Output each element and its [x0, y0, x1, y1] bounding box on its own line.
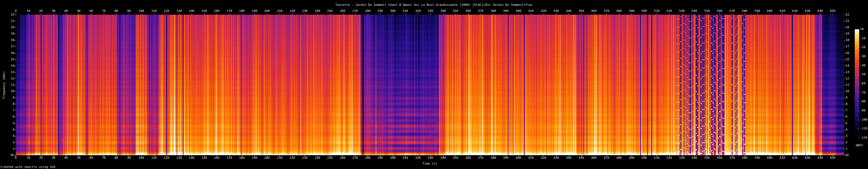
x-tick-label-top: 510 — [654, 9, 659, 12]
colorbar-tick-label: -110 — [860, 127, 867, 130]
x-tick-label-top: 560 — [717, 9, 722, 12]
x-tick-label-top: 300 — [390, 9, 396, 12]
x-tick-label-bottom: 320 — [415, 156, 421, 159]
x-tick-mark-top — [267, 13, 267, 15]
colorbar-tick-label: -70 — [860, 91, 866, 94]
y-tick-label-left: 4 — [0, 128, 14, 131]
x-tick-mark-top — [569, 13, 569, 15]
x-tick-label-bottom: 140 — [189, 156, 194, 159]
y-tick-mark-left — [14, 123, 16, 124]
x-tick-label-bottom: 80 — [114, 156, 118, 159]
x-tick-label-bottom: 220 — [289, 156, 295, 159]
y-tick-label-right: 15 — [846, 58, 849, 61]
x-tick-mark-top — [493, 13, 494, 15]
x-tick-label-bottom: 620 — [792, 156, 798, 159]
y-tick-label-right: 19 — [846, 32, 849, 35]
x-tick-label-top: 180 — [239, 9, 245, 12]
x-tick-mark-top — [229, 13, 230, 15]
x-tick-mark-top — [166, 13, 167, 15]
y-tick-mark-right — [844, 34, 845, 34]
x-tick-label-top: 210 — [277, 9, 282, 12]
y-tick-mark-right — [844, 59, 845, 60]
x-tick-label-bottom: 520 — [666, 156, 672, 159]
x-tick-mark-top — [719, 13, 720, 15]
y-tick-mark-left — [14, 85, 16, 85]
y-tick-mark-right — [844, 27, 845, 28]
y-tick-label-right: 7 — [846, 109, 847, 112]
spectrogram-figure: Tourette - Jardin Du Sommeil Chant D'Amo… — [0, 0, 868, 169]
x-tick-mark-top — [54, 13, 54, 15]
y-tick-mark-right — [844, 66, 845, 66]
x-tick-label-top: 410 — [528, 9, 534, 12]
x-tick-mark-top — [506, 13, 506, 15]
x-tick-mark-top — [456, 13, 456, 15]
x-tick-label-top: 480 — [616, 9, 622, 12]
x-tick-label-bottom: 360 — [465, 156, 471, 159]
x-tick-label-top: 500 — [641, 9, 647, 12]
x-tick-label-top: 170 — [227, 9, 232, 12]
y-tick-mark-right — [844, 21, 845, 21]
x-tick-label-bottom: 90 — [127, 156, 131, 159]
x-tick-label-top: 490 — [629, 9, 634, 12]
y-tick-label-right: 2 — [846, 141, 847, 144]
y-tick-mark-right — [844, 155, 845, 156]
x-tick-label-top: 400 — [516, 9, 521, 12]
y-tick-mark-left — [14, 110, 16, 111]
x-tick-label-bottom: 600 — [767, 156, 773, 159]
x-tick-mark-top — [732, 13, 733, 15]
x-tick-mark-top — [405, 13, 406, 15]
x-tick-mark-top — [820, 13, 820, 15]
y-tick-mark-left — [14, 79, 16, 79]
y-tick-label-right: 18 — [846, 38, 849, 41]
x-tick-label-bottom: 180 — [239, 156, 245, 159]
x-tick-label-bottom: 270 — [352, 156, 358, 159]
x-tick-mark-top — [104, 13, 104, 15]
y-tick-label-left: 15 — [0, 58, 14, 61]
x-tick-mark-top — [204, 13, 205, 15]
x-tick-label-bottom: 490 — [629, 156, 634, 159]
x-tick-label-top: 220 — [289, 9, 295, 12]
x-tick-label-bottom: 380 — [491, 156, 496, 159]
x-tick-label-bottom: 640 — [817, 156, 823, 159]
x-tick-label-bottom: 40 — [64, 156, 68, 159]
x-tick-mark-top — [116, 13, 117, 15]
x-tick-mark-top — [280, 13, 280, 15]
x-tick-label-top: 460 — [591, 9, 597, 12]
y-tick-label-right: 8 — [846, 102, 847, 105]
x-tick-label-top: 30 — [52, 9, 55, 12]
x-tick-mark-top — [242, 13, 242, 15]
y-tick-label-right: 5 — [846, 122, 847, 125]
colorbar-tick-label: -100 — [860, 118, 867, 121]
y-tick-label-right: 20 — [846, 26, 849, 29]
y-tick-label-left: 9 — [0, 96, 14, 99]
y-tick-label-right: 4 — [846, 128, 847, 131]
x-tick-label-bottom: 650 — [830, 156, 835, 159]
x-tick-mark-top — [317, 13, 318, 15]
y-tick-label-right: 22 — [846, 13, 849, 16]
x-tick-label-bottom: 100 — [138, 156, 144, 159]
y-tick-label-right: 12 — [846, 77, 849, 80]
x-tick-mark-top — [66, 13, 66, 15]
x-tick-mark-top — [41, 13, 41, 15]
y-tick-label-left: 13 — [0, 71, 14, 74]
y-tick-label-left: 10 — [0, 90, 14, 93]
x-tick-label-top: 540 — [691, 9, 697, 12]
y-tick-mark-left — [14, 97, 16, 98]
x-tick-label-bottom: 450 — [579, 156, 584, 159]
x-tick-mark-top — [254, 13, 255, 15]
y-tick-mark-right — [844, 142, 845, 143]
x-tick-label-top: 110 — [151, 9, 157, 12]
x-tick-label-bottom: 580 — [742, 156, 747, 159]
y-tick-label-left: 2 — [0, 141, 14, 144]
x-tick-label-bottom: 350 — [453, 156, 458, 159]
x-tick-label-top: 320 — [415, 9, 421, 12]
y-tick-mark-left — [14, 66, 16, 66]
y-tick-mark-left — [14, 59, 16, 60]
colorbar-title: dBFS — [856, 144, 863, 147]
y-tick-label-right: 14 — [846, 64, 849, 67]
x-tick-label-top: 190 — [252, 9, 257, 12]
x-tick-label-bottom: 30 — [52, 156, 55, 159]
y-tick-label-left: 8 — [0, 102, 14, 105]
x-tick-mark-top — [430, 13, 431, 15]
x-tick-label-top: 450 — [579, 9, 584, 12]
